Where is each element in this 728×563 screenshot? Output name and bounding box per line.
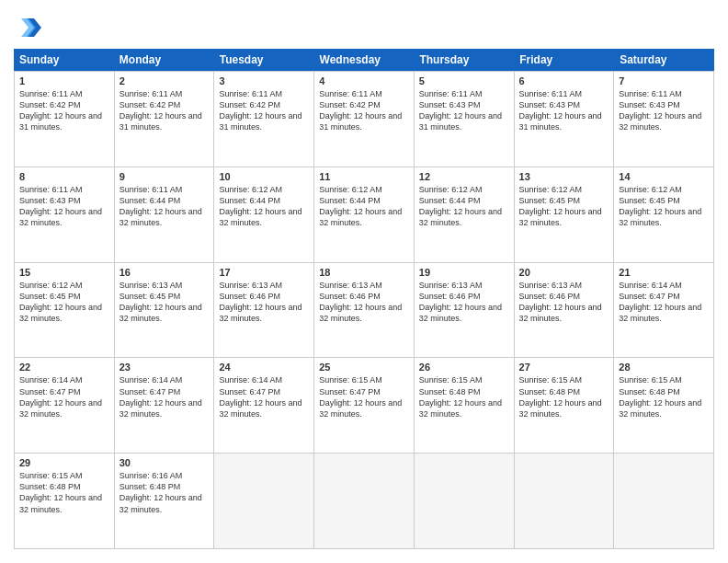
day-number: 3	[219, 75, 309, 86]
day-cell-10: 10Sunrise: 6:12 AMSunset: 6:44 PMDayligh…	[214, 167, 314, 262]
day-info: Sunrise: 6:11 AMSunset: 6:43 PMDaylight:…	[519, 88, 609, 133]
calendar-body: 1Sunrise: 6:11 AMSunset: 6:42 PMDaylight…	[14, 71, 714, 549]
day-cell-24: 24Sunrise: 6:14 AMSunset: 6:47 PMDayligh…	[214, 358, 314, 453]
day-number: 4	[319, 75, 409, 86]
day-number: 28	[619, 362, 709, 373]
day-cell-21: 21Sunrise: 6:14 AMSunset: 6:47 PMDayligh…	[614, 263, 714, 358]
day-cell-27: 27Sunrise: 6:15 AMSunset: 6:48 PMDayligh…	[515, 358, 615, 453]
day-info: Sunrise: 6:16 AMSunset: 6:48 PMDaylight:…	[119, 470, 210, 515]
day-cell-19: 19Sunrise: 6:13 AMSunset: 6:46 PMDayligh…	[415, 263, 515, 358]
week-row-4: 22Sunrise: 6:14 AMSunset: 6:47 PMDayligh…	[15, 358, 714, 454]
page: SundayMondayTuesdayWednesdayThursdayFrid…	[0, 0, 728, 563]
day-info: Sunrise: 6:13 AMSunset: 6:46 PMDaylight:…	[519, 280, 609, 325]
day-info: Sunrise: 6:14 AMSunset: 6:47 PMDaylight:…	[119, 374, 210, 419]
day-info: Sunrise: 6:14 AMSunset: 6:47 PMDaylight:…	[19, 374, 109, 419]
day-info: Sunrise: 6:15 AMSunset: 6:47 PMDaylight:…	[319, 374, 409, 419]
day-cell-7: 7Sunrise: 6:11 AMSunset: 6:43 PMDaylight…	[614, 72, 714, 167]
logo-icon	[14, 14, 41, 41]
day-cell-11: 11Sunrise: 6:12 AMSunset: 6:44 PMDayligh…	[314, 167, 415, 262]
header-day-monday: Monday	[114, 49, 214, 71]
empty-cell	[214, 454, 314, 548]
day-info: Sunrise: 6:11 AMSunset: 6:42 PMDaylight:…	[119, 88, 210, 133]
day-info: Sunrise: 6:15 AMSunset: 6:48 PMDaylight:…	[19, 470, 109, 515]
empty-cell	[314, 454, 415, 548]
day-info: Sunrise: 6:15 AMSunset: 6:48 PMDaylight:…	[619, 374, 709, 419]
day-number: 27	[519, 362, 609, 373]
day-info: Sunrise: 6:12 AMSunset: 6:44 PMDaylight:…	[419, 184, 509, 229]
day-number: 15	[19, 267, 109, 278]
week-row-2: 8Sunrise: 6:11 AMSunset: 6:43 PMDaylight…	[15, 167, 714, 263]
day-info: Sunrise: 6:15 AMSunset: 6:48 PMDaylight:…	[519, 374, 609, 419]
header-day-friday: Friday	[514, 49, 614, 71]
day-cell-28: 28Sunrise: 6:15 AMSunset: 6:48 PMDayligh…	[614, 358, 714, 453]
day-number: 14	[619, 171, 709, 182]
empty-cell	[614, 454, 714, 548]
day-number: 30	[119, 457, 210, 468]
week-row-1: 1Sunrise: 6:11 AMSunset: 6:42 PMDaylight…	[15, 72, 714, 167]
day-info: Sunrise: 6:12 AMSunset: 6:44 PMDaylight:…	[319, 184, 409, 229]
day-info: Sunrise: 6:12 AMSunset: 6:45 PMDaylight:…	[19, 280, 109, 325]
day-info: Sunrise: 6:12 AMSunset: 6:45 PMDaylight:…	[619, 184, 709, 229]
day-cell-18: 18Sunrise: 6:13 AMSunset: 6:46 PMDayligh…	[314, 263, 415, 358]
calendar: SundayMondayTuesdayWednesdayThursdayFrid…	[14, 49, 714, 549]
day-number: 26	[419, 362, 509, 373]
day-number: 21	[619, 267, 709, 278]
day-cell-30: 30Sunrise: 6:16 AMSunset: 6:48 PMDayligh…	[115, 454, 215, 548]
day-cell-29: 29Sunrise: 6:15 AMSunset: 6:48 PMDayligh…	[15, 454, 115, 548]
empty-cell	[415, 454, 515, 548]
day-cell-9: 9Sunrise: 6:11 AMSunset: 6:44 PMDaylight…	[115, 167, 215, 262]
day-cell-13: 13Sunrise: 6:12 AMSunset: 6:45 PMDayligh…	[515, 167, 615, 262]
header-day-saturday: Saturday	[614, 49, 714, 71]
day-number: 2	[119, 75, 210, 86]
week-row-3: 15Sunrise: 6:12 AMSunset: 6:45 PMDayligh…	[15, 263, 714, 359]
day-info: Sunrise: 6:11 AMSunset: 6:42 PMDaylight:…	[219, 88, 309, 133]
day-cell-8: 8Sunrise: 6:11 AMSunset: 6:43 PMDaylight…	[15, 167, 115, 262]
day-cell-4: 4Sunrise: 6:11 AMSunset: 6:42 PMDaylight…	[314, 72, 415, 167]
day-info: Sunrise: 6:11 AMSunset: 6:43 PMDaylight:…	[419, 88, 509, 133]
header	[14, 14, 714, 41]
day-number: 9	[119, 171, 210, 182]
day-cell-23: 23Sunrise: 6:14 AMSunset: 6:47 PMDayligh…	[115, 358, 215, 453]
day-cell-17: 17Sunrise: 6:13 AMSunset: 6:46 PMDayligh…	[214, 263, 314, 358]
day-number: 24	[219, 362, 309, 373]
day-number: 13	[519, 171, 609, 182]
day-number: 23	[119, 362, 210, 373]
day-number: 6	[519, 75, 609, 86]
day-number: 17	[219, 267, 309, 278]
header-day-wednesday: Wednesday	[314, 49, 415, 71]
logo	[14, 14, 45, 41]
empty-cell	[515, 454, 615, 548]
day-info: Sunrise: 6:13 AMSunset: 6:46 PMDaylight:…	[419, 280, 509, 325]
day-info: Sunrise: 6:11 AMSunset: 6:43 PMDaylight:…	[19, 184, 109, 229]
day-cell-1: 1Sunrise: 6:11 AMSunset: 6:42 PMDaylight…	[15, 72, 115, 167]
day-info: Sunrise: 6:11 AMSunset: 6:43 PMDaylight:…	[619, 88, 709, 133]
day-cell-15: 15Sunrise: 6:12 AMSunset: 6:45 PMDayligh…	[15, 263, 115, 358]
day-number: 7	[619, 75, 709, 86]
day-number: 25	[319, 362, 409, 373]
day-number: 1	[19, 75, 109, 86]
day-info: Sunrise: 6:11 AMSunset: 6:42 PMDaylight:…	[319, 88, 409, 133]
day-number: 29	[19, 457, 109, 468]
header-day-sunday: Sunday	[14, 49, 114, 71]
day-cell-5: 5Sunrise: 6:11 AMSunset: 6:43 PMDaylight…	[415, 72, 515, 167]
day-number: 19	[419, 267, 509, 278]
header-day-tuesday: Tuesday	[214, 49, 314, 71]
day-cell-2: 2Sunrise: 6:11 AMSunset: 6:42 PMDaylight…	[115, 72, 215, 167]
day-number: 8	[19, 171, 109, 182]
day-cell-6: 6Sunrise: 6:11 AMSunset: 6:43 PMDaylight…	[515, 72, 615, 167]
day-info: Sunrise: 6:12 AMSunset: 6:45 PMDaylight:…	[519, 184, 609, 229]
day-cell-3: 3Sunrise: 6:11 AMSunset: 6:42 PMDaylight…	[214, 72, 314, 167]
day-number: 5	[419, 75, 509, 86]
day-info: Sunrise: 6:11 AMSunset: 6:44 PMDaylight:…	[119, 184, 210, 229]
day-info: Sunrise: 6:14 AMSunset: 6:47 PMDaylight:…	[619, 280, 709, 325]
day-number: 16	[119, 267, 210, 278]
day-number: 20	[519, 267, 609, 278]
week-row-5: 29Sunrise: 6:15 AMSunset: 6:48 PMDayligh…	[15, 454, 714, 549]
day-number: 22	[19, 362, 109, 373]
day-cell-20: 20Sunrise: 6:13 AMSunset: 6:46 PMDayligh…	[515, 263, 615, 358]
day-cell-12: 12Sunrise: 6:12 AMSunset: 6:44 PMDayligh…	[415, 167, 515, 262]
header-day-thursday: Thursday	[414, 49, 514, 71]
calendar-header: SundayMondayTuesdayWednesdayThursdayFrid…	[14, 49, 714, 71]
day-cell-14: 14Sunrise: 6:12 AMSunset: 6:45 PMDayligh…	[614, 167, 714, 262]
day-cell-26: 26Sunrise: 6:15 AMSunset: 6:48 PMDayligh…	[415, 358, 515, 453]
